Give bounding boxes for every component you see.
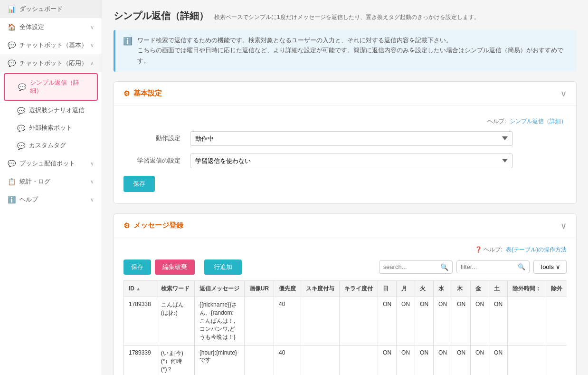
dashboard-icon: 📊 [8, 5, 16, 13]
page-title: シンプル返信（詳細） [114, 10, 209, 22]
add-row-button[interactable]: 行追加 [204, 260, 242, 275]
cell-reply-message: {{nickname}}さん、{random:こんばんは！,コンバンワ,どうも今… [194, 297, 244, 345]
cell-reply-message: {hour}:{minute}です [194, 345, 244, 375]
cell-day-4: ON [452, 297, 471, 345]
col-header-tue: 火 [415, 280, 434, 297]
sidebar-item-chatbot-advanced[interactable]: 💬 チャットボット（応用） ∧ [0, 54, 102, 72]
info-box-text: ワード検索で返信するための機能です。検索対象となるユーザーの入力と、それに対する… [137, 36, 569, 66]
col-header-image-url: 画像UR [244, 280, 274, 297]
msg-help-row: ❓ ヘルプ: 表(テーブル)の操作方法 [123, 246, 567, 254]
sidebar-item-dashboard[interactable]: 📊 ダッシュボード [0, 0, 102, 18]
collapse-message-icon[interactable]: ∨ [560, 221, 567, 231]
gear-icon: ⚙ [123, 89, 130, 98]
tools-label: Tools [540, 263, 554, 270]
cell-image-url [244, 297, 274, 345]
basic-save-button[interactable]: 保存 [123, 176, 155, 192]
chat-icon-custom: 💬 [17, 142, 25, 150]
col-header-exclude-time: 除外時間： [508, 280, 546, 297]
table-header-row: ID ▲ 検索ワード 返信メッセージ 画像UR 優先度 スキ度付与 キライ度付 … [124, 280, 567, 297]
sidebar-item-chatbot-basic[interactable]: 💬 チャットボット（基本） ∨ [0, 36, 102, 54]
sidebar-item-help[interactable]: ℹ️ ヘルプ ∨ [0, 191, 102, 209]
cell-kirai [340, 297, 378, 345]
cell-image-url [244, 345, 274, 375]
operation-control: 動作中 停止中 [190, 131, 513, 146]
sidebar-item-custom-tag[interactable]: 💬 カスタムタグ [0, 137, 102, 154]
data-table: ID ▲ 検索ワード 返信メッセージ 画像UR 優先度 スキ度付与 キライ度付 … [123, 280, 567, 375]
learning-label: 学習返信の設定 [123, 156, 190, 165]
operation-select[interactable]: 動作中 停止中 [190, 131, 513, 146]
cell-day-5: ON [471, 345, 489, 375]
page-title-row: シンプル返信（詳細） 検索ベースでシンプルに1度だけメッセージを返信したり、置き… [114, 10, 577, 22]
gear-icon-msg: ⚙ [123, 221, 130, 230]
msg-save-button[interactable]: 保存 [123, 260, 151, 275]
sort-icon: ▲ [136, 286, 141, 291]
filter-input[interactable] [461, 263, 518, 270]
learning-row: 学習返信の設定 学習返信を使わない 学習返信を使う [123, 154, 567, 168]
message-section-card: ⚙ メッセージ登録 ∨ ❓ ヘルプ: 表(テーブル)の操作方法 保存 編集破棄 … [114, 213, 577, 375]
sidebar-label-stats-log: 統計・ログ [19, 177, 50, 186]
chat-icon-simple: 💬 [18, 83, 26, 91]
sidebar-label-choice-scenario: 選択肢シナリオ返信 [29, 106, 85, 115]
cell-day-0: ON [378, 345, 397, 375]
col-header-exclude: 除外 [546, 280, 567, 297]
col-header-id: ID ▲ [124, 280, 156, 297]
basic-settings-title-label: 基本設定 [133, 89, 162, 98]
sidebar-label-global-settings: 全体設定 [19, 23, 44, 31]
msg-help-link[interactable]: 表(テーブル)の操作方法 [506, 246, 567, 253]
chat-icon-choice: 💬 [17, 107, 25, 115]
sidebar-label-chatbot-basic: チャットボット（基本） [19, 41, 87, 49]
col-header-kirai: キライ度付 [340, 280, 378, 297]
message-section-title: ⚙ メッセージ登録 [123, 221, 183, 230]
col-header-mon: 月 [397, 280, 415, 297]
chat-icon-external: 💬 [17, 125, 25, 132]
basic-settings-body: ヘルプ: シンプル返信（詳細） 動作設定 動作中 停止中 学習返信の設定 [114, 106, 576, 203]
home-icon: 🏠 [8, 23, 16, 31]
sidebar-item-choice-scenario[interactable]: 💬 選択肢シナリオ返信 [0, 102, 102, 119]
help-icon: ℹ️ [8, 196, 16, 203]
basic-settings-title: ⚙ 基本設定 [123, 89, 162, 98]
search-input[interactable] [383, 263, 440, 270]
message-section-body: ❓ ヘルプ: 表(テーブル)の操作方法 保存 編集破棄 行追加 🔍 [114, 238, 576, 375]
learning-select[interactable]: 学習返信を使わない 学習返信を使う [190, 154, 513, 168]
cell-day-3: ON [434, 345, 452, 375]
tools-button[interactable]: Tools ∨ [533, 260, 567, 274]
info-box: ℹ️ ワード検索で返信するための機能です。検索対象となるユーザーの入力と、それに… [114, 30, 577, 72]
filter-input-wrap: 🔍 [456, 260, 530, 273]
col-header-sat: 土 [489, 280, 508, 297]
tools-chevron-icon: ∨ [556, 263, 560, 270]
sidebar-item-simple-reply-detail[interactable]: 💬 シンプル返信（詳細） [4, 73, 98, 101]
sidebar-item-external-search[interactable]: 💬 外部検索ボット [0, 119, 102, 137]
sidebar-label-chatbot-advanced: チャットボット（応用） [19, 59, 87, 67]
sidebar-item-global-settings[interactable]: 🏠 全体設定 ∨ [0, 18, 102, 36]
chevron-stats-icon: ∨ [90, 179, 94, 185]
cell-day-0: ON [378, 297, 397, 345]
chat-icon-advanced: 💬 [8, 59, 16, 67]
cell-exclude-time [508, 297, 546, 345]
col-header-wed: 水 [434, 280, 452, 297]
message-section-header: ⚙ メッセージ登録 ∨ [114, 214, 576, 238]
cell-day-1: ON [397, 345, 415, 375]
basic-settings-card: ⚙ 基本設定 ∨ ヘルプ: シンプル返信（詳細） 動作設定 動作中 [114, 81, 577, 204]
cell-kirai [340, 345, 378, 375]
sidebar-label-external-search: 外部検索ボット [29, 124, 72, 132]
operation-label: 動作設定 [123, 134, 190, 143]
col-header-fri: 金 [471, 280, 489, 297]
basic-help-label: ヘルプ: [487, 118, 506, 125]
cell-day-2: ON [415, 297, 434, 345]
cell-day-4: ON [452, 345, 471, 375]
sidebar-label-simple-reply-detail: シンプル返信（詳細） [30, 79, 89, 95]
basic-help-link[interactable]: シンプル返信（詳細） [510, 118, 567, 125]
collapse-basic-icon[interactable]: ∨ [560, 88, 567, 99]
sidebar-item-stats-log[interactable]: 📋 統計・ログ ∨ [0, 173, 102, 191]
push-icon: 💬 [8, 160, 16, 167]
cell-day-1: ON [397, 297, 415, 345]
msg-discard-button[interactable]: 編集破棄 [155, 260, 195, 275]
sidebar-label-dashboard: ダッシュボード [19, 5, 63, 13]
sidebar-label-custom-tag: カスタムタグ [29, 142, 66, 150]
cell-search-word: こんばん(は|わ) [156, 297, 194, 345]
filter-icon: 🔍 [518, 263, 525, 270]
sidebar-item-push-bot[interactable]: 💬 プッシュ配信ボット ∨ [0, 154, 102, 173]
info-line2: こちらの画面では曜日や日時に応じた返信など、より詳細な設定が可能です。簡潔に返信… [137, 46, 569, 66]
table-row: 1789339 (いま|今)(*）何時(*)？ {hour}:{minute}で… [124, 345, 567, 375]
cell-day-5: ON [471, 297, 489, 345]
